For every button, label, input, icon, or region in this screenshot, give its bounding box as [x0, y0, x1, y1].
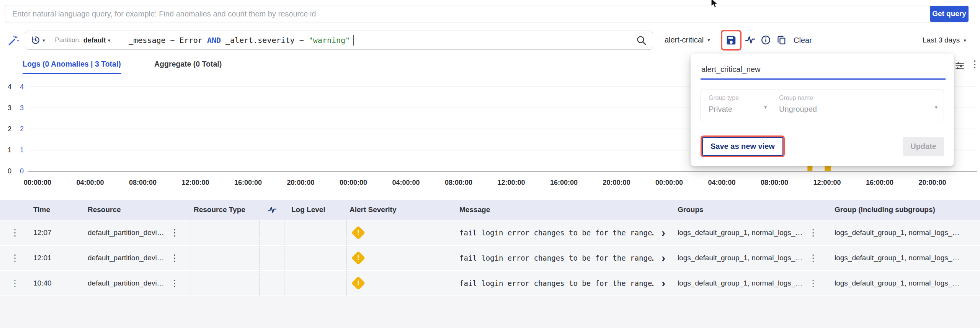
col-header-log-level[interactable]: Log Level	[284, 200, 347, 220]
groups-menu-icon[interactable]: ⋮	[808, 253, 818, 263]
groups-menu-icon[interactable]: ⋮	[808, 228, 818, 237]
partition-label: Partition:	[55, 36, 81, 44]
copy-icon[interactable]	[776, 35, 787, 47]
run-search-button[interactable]	[636, 35, 647, 46]
cell-group-subgroups: logs_default_group_1, normal_logs_…	[831, 220, 980, 245]
cell-alert-severity: !	[347, 220, 453, 245]
col-header-resource-type[interactable]: Resource Type	[191, 200, 260, 220]
anomaly-column-icon	[268, 205, 277, 214]
cell-resource: default_partition_devi…⋮	[84, 271, 191, 295]
group-subgroups-value: logs_default_group_1, normal_logs_…	[835, 254, 959, 262]
search-icon	[636, 35, 647, 46]
time-range-dropdown[interactable]: Last 3 days ▾	[923, 36, 966, 44]
more-options-icon[interactable]: ⋮	[970, 59, 980, 70]
table-row[interactable]: ⋮10:40default_partition_devi…⋮!fail logi…	[0, 271, 980, 296]
cell-resource: default_partition_devi…⋮	[84, 246, 191, 270]
row-menu-icon[interactable]: ⋮	[10, 253, 20, 263]
partition-value[interactable]: default	[83, 36, 106, 44]
query-editor[interactable]: ▾ Partition: default ▾ _message ~ Error …	[25, 31, 653, 50]
svg-text:1: 1	[8, 146, 11, 154]
col-header-time[interactable]: Time	[30, 200, 84, 220]
save-view-button[interactable]	[725, 34, 737, 46]
saved-view-caret-icon: ▾	[707, 38, 710, 42]
table-row[interactable]: ⋮12:01default_partition_devi…⋮!fail logi…	[0, 246, 980, 271]
group-type-select[interactable]: Group type Private ▾	[701, 90, 770, 121]
svg-text:20:00:00: 20:00:00	[287, 179, 314, 186]
col-header-resource[interactable]: Resource	[84, 200, 191, 220]
cell-time: 12:07	[30, 220, 84, 245]
svg-text:08:00:00: 08:00:00	[761, 179, 788, 186]
expand-row-icon[interactable]: ›	[662, 277, 665, 290]
col-header-groups[interactable]: Groups	[675, 200, 831, 220]
time-value: 10:40	[33, 279, 52, 287]
cell-anomaly	[260, 246, 284, 270]
query-input[interactable]: _message ~ Error AND _alert.severity ~ "…	[129, 35, 354, 46]
svg-text:08:00:00: 08:00:00	[445, 179, 472, 186]
resource-menu-icon[interactable]: ⋮	[170, 228, 179, 237]
table-row[interactable]: ⋮12:07default_partition_devi…⋮!fail logi…	[0, 220, 980, 246]
cell-group-subgroups: logs_default_group_1, normal_logs_…	[831, 246, 980, 270]
groups-menu-icon[interactable]: ⋮	[808, 279, 818, 288]
wand-icon[interactable]	[8, 34, 20, 46]
svg-text:00:00:00: 00:00:00	[24, 179, 51, 186]
update-button[interactable]: Update	[903, 137, 944, 156]
svg-text:00:00:00: 00:00:00	[340, 179, 367, 186]
nl-query-input[interactable]	[5, 5, 969, 23]
resource-value: default_partition_devi…	[88, 279, 164, 287]
groups-value: logs_default_group_1, normal_logs_…	[678, 228, 802, 237]
tab-logs[interactable]: Logs (0 Anomalies | 3 Total)	[23, 60, 121, 74]
cell-log-level	[284, 246, 347, 270]
warning-mark: !	[357, 254, 359, 262]
tab-aggregate[interactable]: Aggregate (0 Total)	[154, 60, 222, 69]
svg-text:12:00:00: 12:00:00	[813, 179, 841, 186]
resource-menu-icon[interactable]: ⋮	[170, 279, 179, 288]
svg-text:3: 3	[20, 104, 24, 112]
time-value: 12:01	[33, 254, 52, 262]
text-cursor	[353, 35, 354, 46]
save-view-popup: Group type Private ▾ Group name Ungroupe…	[691, 54, 954, 166]
row-menu-icon[interactable]: ⋮	[10, 228, 20, 237]
partition-dropdown-icon[interactable]: ▾	[108, 38, 111, 43]
query-history-button[interactable]: ▾	[31, 35, 45, 45]
view-name-input[interactable]	[701, 62, 946, 80]
history-dropdown-icon[interactable]: ▾	[42, 38, 45, 43]
group-name-select[interactable]: Group name Ungrouped ▾	[770, 90, 944, 121]
svg-text:4: 4	[8, 83, 11, 91]
row-menu-icon[interactable]: ⋮	[10, 279, 20, 288]
col-header-alert-severity[interactable]: Alert Severity	[347, 200, 453, 220]
col-header-message[interactable]: Message	[453, 200, 675, 220]
cell-groups: logs_default_group_1, normal_logs_…⋮	[675, 271, 831, 295]
time-value: 12:07	[33, 228, 52, 237]
cell-resource-type	[191, 220, 260, 245]
expand-row-icon[interactable]: ›	[662, 226, 665, 239]
info-icon[interactable]	[761, 35, 771, 47]
get-query-button[interactable]: Get query	[930, 6, 969, 22]
cell-anomaly	[260, 220, 284, 245]
cell-message: fail login error changes to be for the r…	[453, 220, 675, 245]
cell-resource: default_partition_devi…⋮	[84, 220, 191, 245]
expand-row-icon[interactable]: ›	[662, 251, 665, 264]
cell-log-level	[284, 220, 347, 245]
group-type-value: Private	[709, 105, 770, 114]
col-header-anomaly[interactable]	[260, 200, 284, 220]
filter-settings-icon[interactable]	[955, 61, 965, 72]
svg-text:1: 1	[20, 146, 24, 154]
cell-message: fail login error changes to be for the r…	[453, 246, 675, 270]
warning-icon: !	[351, 226, 366, 240]
resource-menu-icon[interactable]: ⋮	[170, 253, 179, 263]
svg-text:0: 0	[20, 167, 24, 175]
popup-actions: Save as new view Update	[701, 135, 944, 157]
saved-view-name: alert-critical	[665, 36, 704, 44]
warning-icon: !	[351, 276, 366, 290]
save-as-new-view-button[interactable]: Save as new view	[702, 137, 783, 156]
history-icon	[31, 35, 41, 45]
svg-text:04:00:00: 04:00:00	[392, 179, 420, 186]
clear-button[interactable]: Clear	[794, 36, 812, 45]
anomaly-chart-icon[interactable]	[745, 34, 756, 47]
groups-value: logs_default_group_1, normal_logs_…	[678, 279, 802, 287]
col-header-group-subgroups[interactable]: Group (including subgroups)	[831, 200, 980, 220]
cell-anomaly	[260, 271, 284, 295]
time-range-caret-icon: ▾	[964, 38, 966, 43]
saved-view-dropdown[interactable]: alert-critical ▾	[665, 30, 710, 50]
svg-text:04:00:00: 04:00:00	[76, 179, 104, 186]
